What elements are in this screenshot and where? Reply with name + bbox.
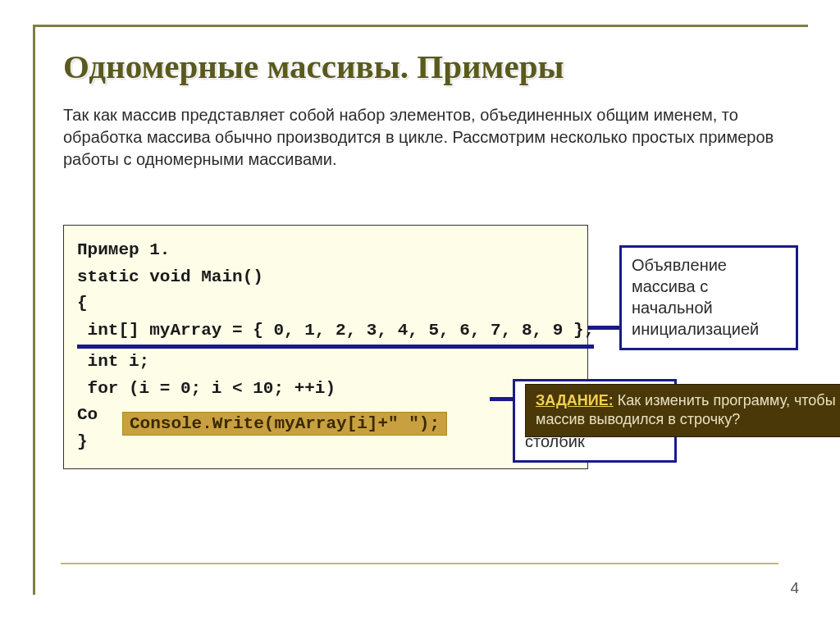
overlay-answer-code: Console.Write(myArray[i]+" ");: [122, 412, 447, 436]
intro-paragraph: Так как массив представляет собой набор …: [63, 104, 780, 171]
code-line-5: int i;: [77, 349, 574, 376]
code-line-1: Пример 1.: [77, 237, 574, 264]
declaration-connector-line: [588, 326, 621, 330]
declaration-underlined: int[] myArray = { 0, 1, 2, 3, 4, 5, 6, 7…: [77, 317, 594, 349]
code-line-3: {: [77, 290, 574, 317]
loop-connector-line: [490, 397, 514, 401]
declaration-callout: Объявление массива с начальной инициализ…: [619, 245, 798, 350]
content-area: Пример 1. static void Main() { int[] myA…: [63, 225, 780, 469]
task-callout: ЗАДАНИЕ: Как изменить программу, чтобы м…: [525, 384, 840, 437]
code-line-2: static void Main(): [77, 264, 574, 291]
slide-frame: Одномерные массивы. Примеры Так как масс…: [33, 25, 808, 595]
task-label: ЗАДАНИЕ:: [536, 392, 614, 409]
page-number: 4: [790, 579, 799, 597]
code-line-4: int[] myArray = { 0, 1, 2, 3, 4, 5, 6, 7…: [77, 317, 574, 349]
bottom-divider: [61, 563, 778, 564]
slide-title: Одномерные массивы. Примеры: [63, 47, 780, 86]
